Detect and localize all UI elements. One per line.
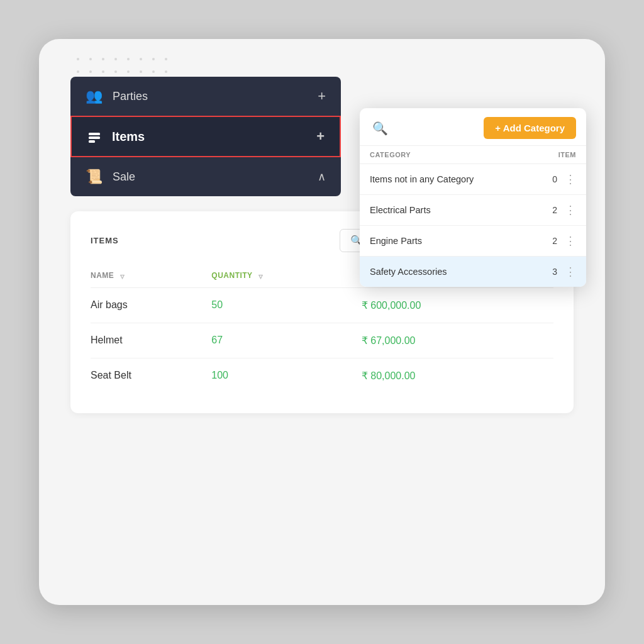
th-name: NAME ▿ xyxy=(91,265,211,287)
items-table-body: Air bags 50 ₹ 600,000.00 Helmet 67 ₹ 67,… xyxy=(91,287,553,393)
sidebar-item-parties[interactable]: 👥 Parties + xyxy=(70,77,341,116)
cat-name-electrical: Electrical Parts xyxy=(370,205,538,215)
category-panel: 🔍 + Add Category CATEGORY ITEM Items not… xyxy=(360,108,586,287)
sale-icon: 📜 xyxy=(86,169,103,185)
th-quantity-label: QUANTITY xyxy=(211,271,252,280)
category-search-button[interactable]: 🔍 xyxy=(370,118,391,138)
cat-kebab-no-cat[interactable]: ⋮ xyxy=(557,172,576,186)
sidebar-item-items[interactable]: Items + xyxy=(70,116,341,157)
cat-kebab-electrical[interactable]: ⋮ xyxy=(557,203,576,217)
parties-icon: 👥 xyxy=(86,88,103,104)
sidebar-label-parties: Parties xyxy=(113,90,148,103)
sidebar-add-items[interactable]: + xyxy=(316,128,325,145)
sidebar-label-sale: Sale xyxy=(113,170,135,184)
cat-count-electrical: 2 xyxy=(538,205,557,215)
col-header-category: CATEGORY xyxy=(370,151,538,158)
filter-icon-quantity[interactable]: ▿ xyxy=(258,272,264,281)
category-row-electrical[interactable]: Electrical Parts 2 ⋮ xyxy=(360,195,586,226)
category-rows-container: Items not in any Category 0 ⋮ Electrical… xyxy=(360,164,586,287)
item-name-helmet: Helmet xyxy=(91,323,211,358)
item-sv-airbags: ₹ 600,000.00 xyxy=(362,287,553,323)
cat-name-engine: Engine Parts xyxy=(370,236,538,246)
sidebar-nav: 👥 Parties + Items + 📜 Sale ∧ xyxy=(70,77,341,196)
col-header-item: ITEM xyxy=(538,151,576,158)
sidebar-label-items: Items xyxy=(112,130,145,144)
category-row-safety[interactable]: Safety Accessories 3 ⋮ xyxy=(360,257,586,287)
sidebar-item-sale[interactable]: 📜 Sale ∧ xyxy=(70,157,341,196)
cat-name-safety: Safety Accessories xyxy=(370,267,538,277)
items-icon xyxy=(87,128,102,145)
th-quantity: QUANTITY ▿ xyxy=(211,265,362,287)
cat-kebab-engine[interactable]: ⋮ xyxy=(557,234,576,248)
main-card: 👥 Parties + Items + 📜 Sale ∧ 🔍 xyxy=(39,39,605,605)
sidebar-chevron-sale: ∧ xyxy=(318,170,326,184)
category-panel-header: 🔍 + Add Category xyxy=(360,108,586,146)
cat-name-no-cat: Items not in any Category xyxy=(370,174,538,184)
cat-count-engine: 2 xyxy=(538,236,557,246)
svg-rect-0 xyxy=(89,133,100,135)
table-row[interactable]: Seat Belt 100 ₹ 80,000.00 xyxy=(91,358,553,393)
th-name-label: NAME xyxy=(91,271,114,280)
table-row[interactable]: Helmet 67 ₹ 67,000.00 xyxy=(91,323,553,358)
filter-icon-name[interactable]: ▿ xyxy=(120,272,125,281)
item-name-seatbelt: Seat Belt xyxy=(91,358,211,393)
category-row-no-cat[interactable]: Items not in any Category 0 ⋮ xyxy=(360,164,586,195)
svg-rect-1 xyxy=(89,136,100,139)
sidebar-add-parties[interactable]: + xyxy=(318,88,326,104)
category-table-header: CATEGORY ITEM xyxy=(360,146,586,164)
cat-count-no-cat: 0 xyxy=(538,174,557,184)
svg-rect-2 xyxy=(89,140,95,143)
item-qty-seatbelt: 100 xyxy=(211,358,362,393)
item-sv-seatbelt: ₹ 80,000.00 xyxy=(362,358,553,393)
add-category-button[interactable]: + Add Category xyxy=(484,117,576,139)
items-section-title: ITEMS xyxy=(91,236,119,245)
table-row[interactable]: Air bags 50 ₹ 600,000.00 xyxy=(91,287,553,323)
cat-kebab-safety[interactable]: ⋮ xyxy=(557,265,576,279)
category-row-engine[interactable]: Engine Parts 2 ⋮ xyxy=(360,226,586,257)
cat-count-safety: 3 xyxy=(538,267,557,277)
item-name-airbags: Air bags xyxy=(91,287,211,323)
item-qty-airbags: 50 xyxy=(211,287,362,323)
item-sv-helmet: ₹ 67,000.00 xyxy=(362,323,553,358)
item-qty-helmet: 67 xyxy=(211,323,362,358)
